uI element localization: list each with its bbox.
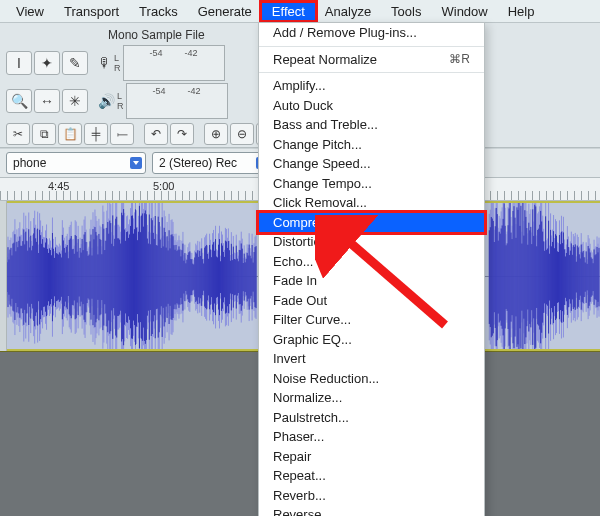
menu-item-change-pitch[interactable]: Change Pitch... <box>259 135 484 155</box>
menu-analyze[interactable]: Analyze <box>315 3 381 20</box>
shortcut-label: ⌘R <box>449 52 470 66</box>
menu-item-noise-reduction[interactable]: Noise Reduction... <box>259 369 484 389</box>
menu-item-click-removal[interactable]: Click Removal... <box>259 193 484 213</box>
edit-copy[interactable]: ⧉ <box>32 123 56 145</box>
recording-meter[interactable]: -54-42 <box>123 45 225 81</box>
tool-timeshift[interactable]: ↔ <box>34 89 60 113</box>
menu-tracks[interactable]: Tracks <box>129 3 188 20</box>
track-header[interactable] <box>0 201 7 351</box>
menu-item-graphic-eq[interactable]: Graphic EQ... <box>259 330 484 350</box>
mic-channel-l: LR <box>114 53 121 73</box>
menu-item-repeat[interactable]: Repeat... <box>259 466 484 486</box>
menu-item-echo[interactable]: Echo... <box>259 252 484 272</box>
menu-tools[interactable]: Tools <box>381 3 431 20</box>
menu-generate[interactable]: Generate <box>188 3 262 20</box>
menu-item-compressor[interactable]: Compressor... <box>259 213 484 233</box>
menu-item-add-remove-plugins[interactable]: Add / Remove Plug-ins... <box>259 23 484 43</box>
menu-item-auto-duck[interactable]: Auto Duck <box>259 96 484 116</box>
menu-item-fade-out[interactable]: Fade Out <box>259 291 484 311</box>
menu-item-change-speed[interactable]: Change Speed... <box>259 154 484 174</box>
menu-item-repair[interactable]: Repair <box>259 447 484 467</box>
edit-trim[interactable]: ╪ <box>84 123 108 145</box>
menu-item-amplify[interactable]: Amplify... <box>259 76 484 96</box>
edit-undo[interactable]: ↶ <box>144 123 168 145</box>
channels-dropdown[interactable]: 2 (Stereo) Rec <box>152 152 272 174</box>
menu-transport[interactable]: Transport <box>54 3 129 20</box>
menu-item-reverse[interactable]: Reverse <box>259 505 484 516</box>
menu-window[interactable]: Window <box>431 3 497 20</box>
menu-item-paulstretch[interactable]: Paulstretch... <box>259 408 484 428</box>
edit-paste[interactable]: 📋 <box>58 123 82 145</box>
playback-meter[interactable]: -54-42 <box>126 83 228 119</box>
tool-zoom[interactable]: 🔍 <box>6 89 32 113</box>
menubar: View Transport Tracks Generate Effect An… <box>0 0 600 23</box>
menu-item-invert[interactable]: Invert <box>259 349 484 369</box>
spk-channel-l: LR <box>117 91 124 111</box>
menu-help[interactable]: Help <box>498 3 545 20</box>
zoom-in[interactable]: ⊕ <box>204 123 228 145</box>
menu-item-repeat-last[interactable]: Repeat Normalize ⌘R <box>259 50 484 70</box>
menu-item-reverb[interactable]: Reverb... <box>259 486 484 506</box>
output-device-dropdown[interactable]: phone <box>6 152 146 174</box>
edit-redo[interactable]: ↷ <box>170 123 194 145</box>
menu-item-distortion[interactable]: Distortion... <box>259 232 484 252</box>
menu-item-filter-curve[interactable]: Filter Curve... <box>259 310 484 330</box>
menu-item-fade-in[interactable]: Fade In <box>259 271 484 291</box>
tool-selection[interactable]: I <box>6 51 32 75</box>
menu-effect[interactable]: Effect <box>262 3 315 20</box>
menu-item-phaser[interactable]: Phaser... <box>259 427 484 447</box>
menu-item-normalize[interactable]: Normalize... <box>259 388 484 408</box>
menu-view[interactable]: View <box>6 3 54 20</box>
menu-item-bass-and-treble[interactable]: Bass and Treble... <box>259 115 484 135</box>
edit-silence[interactable]: ⟝ <box>110 123 134 145</box>
mic-icon: 🎙 <box>98 55 112 71</box>
tool-envelope[interactable]: ✦ <box>34 51 60 75</box>
tool-multi[interactable]: ✳ <box>62 89 88 113</box>
effect-dropdown-menu: Add / Remove Plug-ins... Repeat Normaliz… <box>258 22 485 516</box>
edit-cut[interactable]: ✂ <box>6 123 30 145</box>
zoom-out[interactable]: ⊖ <box>230 123 254 145</box>
menu-item-change-tempo[interactable]: Change Tempo... <box>259 174 484 194</box>
speaker-icon: 🔊 <box>98 93 115 109</box>
tool-draw[interactable]: ✎ <box>62 51 88 75</box>
